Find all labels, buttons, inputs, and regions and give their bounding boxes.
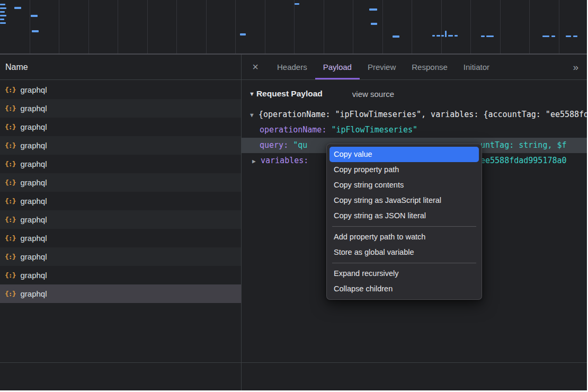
menu-item-store-as-global-variable[interactable]: Store as global variable — [329, 245, 479, 260]
json-braces-icon: {:} — [5, 271, 15, 279]
request-name: graphql — [20, 271, 47, 280]
tree-row-operationname[interactable]: operationName:"ipFlowTimeseries" — [242, 122, 587, 138]
property-value-continued: ee5588fdad995178a0 — [480, 153, 567, 168]
tab-initiator[interactable]: Initiator — [456, 55, 497, 79]
table-row[interactable]: {:}graphql — [0, 173, 241, 192]
request-timeline-bar — [0, 19, 4, 20]
grid-line — [30, 0, 30, 54]
property-value: "qu — [293, 140, 307, 150]
tab-preview[interactable]: Preview — [360, 55, 404, 79]
grid-line — [206, 0, 207, 54]
request-timeline-bar — [445, 31, 447, 37]
grid-line — [176, 0, 177, 54]
grid-line — [470, 0, 471, 54]
table-row[interactable]: {:}graphql — [0, 266, 241, 284]
section-title: Request Payload — [256, 89, 323, 99]
request-timeline-bar — [240, 33, 246, 35]
request-list: {:}graphql{:}graphql{:}graphql{:}graphql… — [0, 81, 241, 303]
table-row[interactable]: {:}graphql — [0, 155, 241, 173]
request-name: graphql — [20, 234, 47, 243]
json-braces-icon: {:} — [5, 216, 15, 224]
request-name: graphql — [20, 159, 47, 168]
view-source-link[interactable]: view source — [352, 90, 394, 99]
table-row[interactable]: {:}graphql — [0, 229, 241, 247]
caret-down-icon[interactable]: ▼ — [250, 108, 259, 122]
request-name: graphql — [20, 289, 47, 298]
property-key: operationName: — [260, 125, 326, 135]
menu-item-copy-value[interactable]: Copy value — [329, 147, 479, 162]
json-braces-icon: {:} — [5, 123, 15, 131]
request-timeline-bar — [369, 8, 377, 11]
request-timeline-bar — [0, 22, 6, 24]
grid-line — [324, 0, 324, 54]
request-name: graphql — [20, 215, 47, 224]
network-overview-strip[interactable] — [0, 0, 587, 55]
property-key: query: — [260, 140, 288, 150]
close-icon[interactable]: × — [242, 61, 269, 73]
more-tabs-icon[interactable]: » — [573, 61, 587, 73]
request-timeline-bar — [573, 35, 577, 37]
tab-payload[interactable]: Payload — [315, 55, 360, 79]
request-timeline-bar — [393, 35, 399, 38]
menu-item-copy-property-path[interactable]: Copy property path — [329, 162, 479, 177]
request-timeline-bar — [441, 35, 444, 37]
context-menu: Copy valueCopy property pathCopy string … — [326, 144, 482, 300]
grid-line — [59, 0, 59, 54]
json-braces-icon: {:} — [5, 104, 15, 112]
table-row[interactable]: {:}graphql — [0, 210, 241, 229]
table-row[interactable]: {:}graphql — [0, 284, 241, 303]
request-name: graphql — [20, 85, 47, 94]
table-row[interactable]: {:}graphql — [0, 99, 241, 118]
table-row[interactable]: {:}graphql — [0, 247, 241, 266]
tree-row-root[interactable]: ▼{operationName: "ipFlowTimeseries", var… — [242, 107, 587, 122]
request-timeline-bar — [371, 23, 377, 25]
json-braces-icon: {:} — [5, 86, 15, 94]
property-value: "ipFlowTimeseries" — [331, 125, 417, 135]
json-braces-icon: {:} — [5, 253, 15, 261]
table-row[interactable]: {:}graphql — [0, 81, 241, 99]
table-row[interactable]: {:}graphql — [0, 118, 241, 136]
request-table-header: Name — [0, 55, 241, 80]
menu-separator — [332, 263, 476, 263]
request-timeline-bar — [436, 35, 440, 37]
table-row[interactable]: {:}graphql — [0, 192, 241, 210]
panel-divider[interactable] — [241, 55, 242, 390]
request-name: graphql — [20, 104, 47, 113]
request-name: graphql — [20, 252, 47, 261]
menu-item-expand-recursively[interactable]: Expand recursively — [329, 266, 479, 281]
property-value-continued: untTag: string, $f — [480, 138, 567, 153]
menu-item-add-property-path-to-watch[interactable]: Add property path to watch — [329, 229, 479, 245]
request-timeline-bar — [432, 35, 435, 37]
request-timeline-bar — [14, 7, 21, 9]
grid-line — [88, 0, 89, 54]
json-braces-icon: {:} — [5, 197, 15, 205]
request-name: graphql — [20, 197, 47, 206]
request-timeline-bar — [566, 35, 571, 37]
grid-line — [382, 0, 383, 54]
request-timeline-bar — [455, 35, 458, 37]
devtools-window: Name × HeadersPayloadPreviewResponseInit… — [0, 0, 587, 390]
tab-response[interactable]: Response — [404, 55, 456, 79]
request-timeline-bar — [542, 35, 549, 37]
tab-headers[interactable]: Headers — [269, 55, 315, 79]
grid-line — [441, 0, 442, 54]
request-name: graphql — [20, 178, 47, 187]
menu-item-collapse-children[interactable]: Collapse children — [329, 281, 479, 297]
grid-line — [118, 0, 118, 54]
name-column-header[interactable]: Name — [5, 63, 28, 72]
menu-item-copy-string-as-json-literal[interactable]: Copy string as JSON literal — [329, 208, 479, 224]
request-timeline-bar — [448, 35, 453, 37]
json-braces-icon: {:} — [5, 179, 15, 186]
request-timeline-bar — [0, 11, 5, 13]
caret-right-icon[interactable]: ▶ — [252, 154, 261, 168]
request-timeline-bar — [0, 15, 6, 16]
menu-item-copy-string-contents[interactable]: Copy string contents — [329, 177, 479, 193]
grid-line — [559, 0, 559, 54]
section-caret-icon[interactable]: ▼ — [249, 91, 255, 97]
grid-line — [294, 0, 295, 54]
panel-tabs: × HeadersPayloadPreviewResponseInitiator… — [242, 55, 587, 80]
table-row[interactable]: {:}graphql — [0, 136, 241, 155]
request-name: graphql — [20, 141, 47, 150]
request-timeline-bar — [481, 35, 485, 37]
menu-item-copy-string-as-javascript-literal[interactable]: Copy string as JavaScript literal — [329, 193, 479, 208]
